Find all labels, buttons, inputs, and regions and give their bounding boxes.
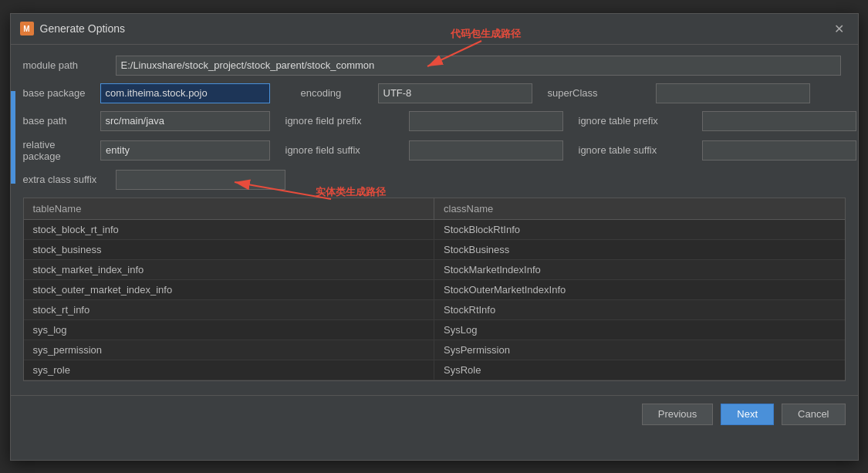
table-row: stock_business StockBusiness xyxy=(24,240,845,260)
table-cell-classname: SysRole xyxy=(434,360,845,380)
module-path-label: module path xyxy=(23,59,116,71)
relative-package-label: relative package xyxy=(23,139,100,162)
superclass-input[interactable] xyxy=(656,83,810,103)
ignore-table-suffix-input[interactable] xyxy=(702,140,856,160)
table-cell-tablename: sys_log xyxy=(24,320,435,340)
table-cell-tablename: stock_business xyxy=(24,240,435,259)
table-cell-classname: StockBusiness xyxy=(434,240,845,259)
table-row: sys_permission SysPermission xyxy=(24,340,845,360)
base-package-row: base package encoding superClass xyxy=(23,83,846,103)
dialog-title: Generate Options xyxy=(40,22,126,35)
table-cell-classname: SysLog xyxy=(434,320,845,340)
table-row: stock_rt_info StockRtInfo xyxy=(24,300,845,320)
encoding-input[interactable] xyxy=(378,83,532,103)
table-row: stock_market_index_info StockMarketIndex… xyxy=(24,260,845,280)
bottom-bar: Previous Next Cancel xyxy=(11,395,858,433)
base-package-input[interactable] xyxy=(100,83,270,103)
base-path-label: base path xyxy=(23,115,100,127)
module-path-input[interactable] xyxy=(116,56,841,76)
extra-class-suffix-row: extra class suffix xyxy=(23,170,846,190)
table-row: sys_role SysRole xyxy=(24,360,845,380)
relative-package-row: relative package ignore field suffix ign… xyxy=(23,139,846,162)
base-package-label: base package xyxy=(23,87,100,99)
table-cell-classname: StockBlockRtInfo xyxy=(434,220,845,239)
ignore-table-prefix-label: ignore table prefix xyxy=(579,115,702,127)
next-button[interactable]: Next xyxy=(721,404,774,425)
table-row: stock_outer_market_index_info StockOuter… xyxy=(24,280,845,300)
table-row: stock_block_rt_info StockBlockRtInfo xyxy=(24,220,845,240)
table-cell-classname: SysPermission xyxy=(434,340,845,360)
table-header: tableName className xyxy=(24,198,845,220)
table-body: stock_block_rt_info StockBlockRtInfo sto… xyxy=(24,220,845,380)
table-cell-classname: StockMarketIndexInfo xyxy=(434,260,845,279)
ignore-field-prefix-input[interactable] xyxy=(409,111,563,131)
table-col-classname: className xyxy=(434,198,845,219)
dialog-icon: M xyxy=(20,22,34,35)
table-row: sys_log SysLog xyxy=(24,320,845,340)
extra-class-suffix-label: extra class suffix xyxy=(23,174,116,185)
table-cell-tablename: stock_outer_market_index_info xyxy=(24,280,435,299)
previous-button[interactable]: Previous xyxy=(642,404,714,425)
table-cell-tablename: sys_permission xyxy=(24,340,435,360)
table-col-tablename: tableName xyxy=(24,198,435,219)
close-button[interactable]: ✕ xyxy=(829,20,849,38)
extra-class-suffix-input[interactable] xyxy=(116,170,285,190)
table-cell-tablename: sys_role xyxy=(24,360,435,380)
ignore-field-prefix-label: ignore field prefix xyxy=(285,115,409,127)
superclass-label: superClass xyxy=(548,87,656,99)
table-cell-tablename: stock_rt_info xyxy=(24,300,435,319)
table-cell-classname: StockRtInfo xyxy=(434,300,845,319)
table-container: tableName className stock_block_rt_info … xyxy=(23,198,846,381)
ignore-table-suffix-label: ignore table suffix xyxy=(579,144,702,156)
title-bar: M Generate Options ✕ xyxy=(11,14,858,45)
relative-package-input[interactable] xyxy=(100,140,270,160)
cancel-button[interactable]: Cancel xyxy=(782,404,845,425)
encoding-label: encoding xyxy=(301,87,378,99)
module-path-row: module path xyxy=(23,56,846,76)
ignore-field-suffix-label: ignore field suffix xyxy=(285,144,409,156)
base-path-input[interactable] xyxy=(100,111,270,131)
table-cell-tablename: stock_market_index_info xyxy=(24,260,435,279)
ignore-field-suffix-input[interactable] xyxy=(409,140,563,160)
ignore-table-prefix-input[interactable] xyxy=(702,111,856,131)
table-cell-classname: StockOuterMarketIndexInfo xyxy=(434,280,845,299)
table-cell-tablename: stock_block_rt_info xyxy=(24,220,435,239)
base-path-row: base path ignore field prefix ignore tab… xyxy=(23,111,846,131)
